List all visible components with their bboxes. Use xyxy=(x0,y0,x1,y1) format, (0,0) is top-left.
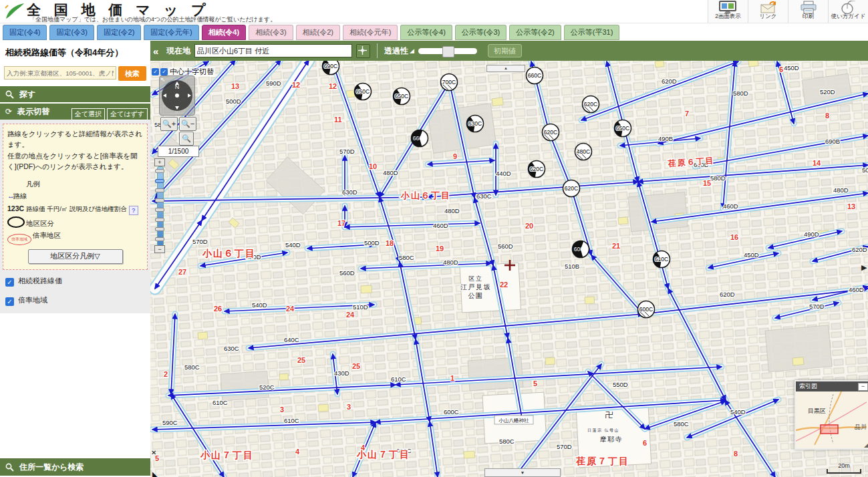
district-circle[interactable]: 600C xyxy=(573,241,589,257)
district-circle[interactable]: 690C xyxy=(322,61,339,75)
zoom-notch[interactable] xyxy=(155,237,164,241)
district-circle[interactable]: 620C xyxy=(583,96,599,113)
measure-tool-icon[interactable]: ✕ xyxy=(151,449,156,456)
district-circle[interactable]: 650C xyxy=(354,84,371,100)
rect-zoom-button[interactable]: 🔍 xyxy=(179,132,194,146)
zoom-notch[interactable] xyxy=(155,208,164,212)
compass-dial[interactable]: N xyxy=(162,80,192,111)
block-number-label: 20 xyxy=(525,222,533,230)
district-circle[interactable]: 620C xyxy=(563,180,580,197)
tab-公示等(令4)[interactable]: 公示等(令4) xyxy=(400,25,452,40)
district-circle[interactable]: 700C xyxy=(441,74,458,91)
tab-公示等(令2)[interactable]: 公示等(令2) xyxy=(509,25,561,40)
zoom-level-slider[interactable]: + − xyxy=(154,158,165,253)
zoom-notch[interactable] xyxy=(155,169,164,173)
search-icon xyxy=(5,460,14,477)
district-legend-button[interactable]: 地区区分凡例▽ xyxy=(28,249,123,264)
district-circle[interactable]: 610C xyxy=(654,251,670,268)
pan-right-arrow[interactable]: ▶ xyxy=(861,263,867,272)
tab-相続(令3)[interactable]: 相続(令3) xyxy=(249,25,293,40)
block-number-label: 16 xyxy=(730,233,738,241)
help-icon[interactable]: ? xyxy=(129,206,138,215)
collapse-toolbar-button[interactable]: ▲ xyxy=(486,65,525,72)
price-label: 580C xyxy=(499,438,515,445)
zoom-notch[interactable] xyxy=(155,188,164,192)
tool-link[interactable]: リンク xyxy=(748,0,788,23)
zoom-out-button[interactable]: 🔍− xyxy=(179,117,196,131)
zoom-notch[interactable] xyxy=(155,179,164,183)
price-label: 500D xyxy=(226,98,241,105)
district-circle[interactable]: 480C xyxy=(575,144,592,160)
tool-mouse-guide[interactable]: 使い方ガイド xyxy=(828,0,868,23)
block-number-label: 24 xyxy=(286,305,295,313)
price-label: 480D xyxy=(443,259,458,266)
land-price-map-app: 全 国 地 価 マ ッ プ 「全国地価マップ」では、お住まいの地域の4つの公的土… xyxy=(0,0,868,477)
search-button[interactable]: 検索 xyxy=(118,66,146,81)
zoom-notch[interactable] xyxy=(155,227,164,231)
edge-checkbox[interactable]: ✓ xyxy=(152,68,159,75)
block-number-label: 11 xyxy=(334,116,342,124)
layer-row: ✓相続税路線価 xyxy=(0,273,150,290)
address-search-input[interactable] xyxy=(4,66,116,80)
block-number-label: 3 xyxy=(347,403,351,411)
tool-print[interactable]: 印刷 xyxy=(788,0,828,23)
center-crosshair-button[interactable] xyxy=(356,44,370,58)
price-label: 630D xyxy=(342,188,357,196)
minimize-icon[interactable]: − xyxy=(858,383,868,391)
select-all-button[interactable]: 全て選択 xyxy=(71,108,105,120)
district-circle[interactable]: 650C xyxy=(394,88,410,105)
expand-bottom-button[interactable]: ▼ xyxy=(484,468,561,477)
index-map-panel[interactable]: 索引図 − 目黒区 品川区 ◢ xyxy=(794,380,868,450)
index-ward2-label: 品川区 xyxy=(855,424,867,430)
tab-固定(令元年)[interactable]: 固定(令元年) xyxy=(144,25,198,40)
district-circle[interactable]: 630C xyxy=(466,116,483,132)
zoom-in-button[interactable]: 🔍+ xyxy=(160,117,178,131)
resize-handle-icon[interactable]: ◢ xyxy=(864,442,868,448)
district-circle[interactable]: 620C xyxy=(543,124,559,141)
tab-固定(令2)[interactable]: 固定(令2) xyxy=(97,25,141,40)
district-circle[interactable]: 660C xyxy=(527,67,543,84)
page-title: 相続税路線価等（令和4年分） xyxy=(0,41,150,63)
district-circle[interactable]: 620C xyxy=(529,161,545,178)
opacity-slider-thumb[interactable] xyxy=(442,46,454,57)
tab-公示等(平31)[interactable]: 公示等(平31) xyxy=(564,25,620,40)
shrine-label: 小山八幡神社 xyxy=(498,418,530,424)
find-section-header[interactable]: 探す xyxy=(0,86,150,102)
corner-resize-icon[interactable]: ◣ xyxy=(152,470,158,477)
price-label: 580C xyxy=(399,254,414,261)
deselect-all-button[interactable]: 全てはずす xyxy=(107,108,148,120)
price-label: 570D xyxy=(339,148,355,155)
district-circle[interactable]: 660C xyxy=(412,130,428,147)
district-circle[interactable]: 650C xyxy=(615,120,631,137)
price-label: 480D xyxy=(827,61,842,61)
district-circle[interactable]: 600C xyxy=(638,301,655,318)
index-viewport-rect[interactable] xyxy=(821,425,838,434)
tab-固定(令3)[interactable]: 固定(令3) xyxy=(49,25,94,40)
zoom-slider-plus[interactable]: + xyxy=(154,158,165,166)
opacity-slider[interactable] xyxy=(418,48,477,54)
block-number-label: 13 xyxy=(847,202,855,210)
tool-dual-screen[interactable]: 2画面表示 xyxy=(708,0,748,23)
center-cross-checkbox[interactable]: ✓ xyxy=(160,68,168,75)
layer-checkbox[interactable]: ✓ xyxy=(5,297,14,306)
collapse-sidebar-button[interactable]: « xyxy=(153,45,162,57)
tab-相続(令2)[interactable]: 相続(令2) xyxy=(296,25,340,40)
svg-text:690C: 690C xyxy=(324,63,337,69)
zoom-notch[interactable] xyxy=(155,198,164,202)
layer-checkbox[interactable]: ✓ xyxy=(5,278,14,287)
place-label: 江戸見坂 xyxy=(460,283,491,291)
map-canvas[interactable]: 690C650C650C700C660C660C630C620C620C650C… xyxy=(150,61,868,477)
zoom-slider-minus[interactable]: − xyxy=(154,245,165,253)
current-location-input[interactable] xyxy=(194,44,352,57)
tab-公示等(令3)[interactable]: 公示等(令3) xyxy=(455,25,507,40)
tab-相続(令元年)[interactable]: 相続(令元年) xyxy=(343,25,398,40)
zoom-notch[interactable] xyxy=(155,218,164,222)
place-label: 区立 xyxy=(469,275,483,282)
address-list-search-bar[interactable]: 住所一覧から検索 xyxy=(0,458,150,476)
map-render-layer[interactable]: 690C650C650C700C660C660C630C620C620C650C… xyxy=(150,61,868,477)
index-map-content[interactable]: 目黒区 品川区 xyxy=(796,391,867,445)
tab-固定(令4)[interactable]: 固定(令4) xyxy=(3,25,47,40)
tab-相続(令4)[interactable]: 相続(令4) xyxy=(202,25,246,40)
compass-control[interactable]: ↖ N xyxy=(159,75,195,116)
price-label: 460D xyxy=(849,286,864,293)
